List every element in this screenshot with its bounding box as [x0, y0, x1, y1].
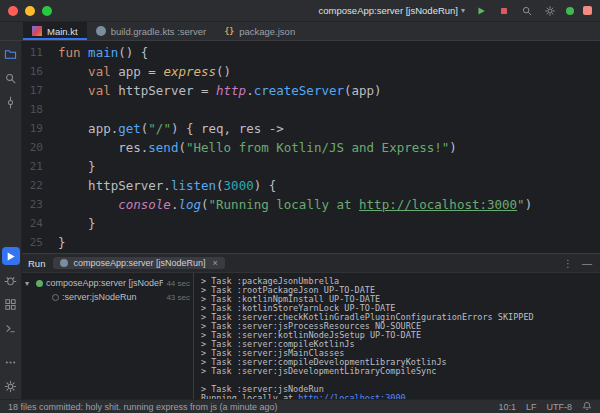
stop-button[interactable]: [497, 4, 511, 18]
minimize-window-button[interactable]: [25, 6, 35, 16]
line-number: 17: [22, 81, 58, 100]
search-icon[interactable]: [2, 69, 20, 87]
line-number: 20: [22, 138, 58, 157]
run-tab[interactable]: composeApp:server [jsNodeRun] ×: [53, 257, 224, 269]
run-panel-header: Run composeApp:server [jsNodeRun] × ⋮ —: [22, 254, 600, 273]
more-tool-windows-icon[interactable]: [2, 353, 20, 371]
console-text: > Task :server:jsDevelopmentLibraryCompi…: [201, 366, 436, 376]
titlebar: composeApp:server [jsNodeRun] ▾: [0, 0, 600, 22]
debug-icon[interactable]: [2, 271, 20, 289]
run-console[interactable]: > Task :packageJsonUmbrella> Task :rootP…: [194, 273, 600, 399]
close-window-button[interactable]: [8, 6, 18, 16]
tab-label: package.json: [239, 26, 295, 37]
tree-node-duration: 43 sec: [166, 293, 190, 302]
code-text: }: [58, 157, 96, 176]
gradle-task-icon: [52, 294, 59, 301]
tree-node-label: :server:jsNodeRun: [62, 292, 163, 302]
vcs-status-message[interactable]: 18 files committed: holy shit. running e…: [8, 402, 278, 412]
editor-tab-bar: Main.ktbuild.gradle.kts :server{}package…: [0, 22, 600, 41]
kotlin-file-icon: [32, 26, 42, 36]
notifications-bell-icon[interactable]: [582, 401, 592, 413]
tree-node-label: composeApp:server [jsNodeRun]: Building …: [46, 278, 163, 288]
code-text: fun main() {: [58, 43, 148, 62]
run-config-label: composeApp:server [jsNodeRun]: [319, 5, 458, 16]
run-config-selector[interactable]: composeApp:server [jsNodeRun] ▾: [319, 5, 465, 16]
line-separator[interactable]: LF: [526, 402, 537, 412]
settings-icon[interactable]: [543, 4, 557, 18]
commit-icon[interactable]: [2, 93, 20, 111]
run-tab-label: composeApp:server [jsNodeRun]: [73, 258, 205, 268]
kebab-menu-icon[interactable]: ⋮: [563, 258, 573, 269]
line-number: 24: [22, 214, 58, 233]
chevron-down-icon[interactable]: ▾: [25, 279, 33, 288]
services-icon[interactable]: [2, 295, 20, 313]
activity-bar: [0, 41, 22, 399]
hide-panel-icon[interactable]: —: [582, 258, 592, 269]
record-icon: [583, 6, 592, 15]
editor[interactable]: 11fun main() {16 val app = express()17 v…: [22, 41, 600, 253]
search-everywhere-icon[interactable]: [520, 4, 534, 18]
close-icon[interactable]: ×: [213, 258, 218, 268]
code-text: app.get("/") { req, res ->: [58, 119, 284, 138]
tab-label: Main.kt: [47, 26, 78, 37]
run-button[interactable]: [474, 4, 488, 18]
code-text: val app = express(): [58, 62, 231, 81]
code-text: }: [58, 233, 66, 252]
run-panel: Run composeApp:server [jsNodeRun] × ⋮ — …: [22, 253, 600, 399]
code-line[interactable]: 19 app.get("/") { req, res ->: [22, 119, 600, 138]
code-line[interactable]: 18: [22, 100, 600, 119]
code-line[interactable]: 24 }: [22, 214, 600, 233]
code-line[interactable]: 21 }: [22, 157, 600, 176]
project-icon[interactable]: [2, 45, 20, 63]
json-file-icon: {}: [224, 26, 234, 36]
tab-label: build.gradle.kts :server: [111, 26, 207, 37]
ide-window: composeApp:server [jsNodeRun] ▾ Main.ktb…: [0, 0, 600, 413]
line-number: 19: [22, 119, 58, 138]
settings-tool-icon[interactable]: [2, 377, 20, 395]
tab-main-kt[interactable]: Main.kt: [23, 22, 87, 40]
line-number: 16: [22, 62, 58, 81]
gradle-file-icon: [96, 26, 106, 36]
code-text: }: [58, 214, 96, 233]
code-line[interactable]: 23 console.log("Running locally at http:…: [22, 195, 600, 214]
line-number: 25: [22, 233, 58, 252]
line-number: 18: [22, 100, 58, 119]
tree-row[interactable]: :server:jsNodeRun43 sec: [25, 290, 193, 304]
gradle-task-tree: ▾composeApp:server [jsNodeRun]: Building…: [22, 273, 194, 399]
run-panel-title: Run: [28, 258, 45, 269]
terminal-icon[interactable]: [2, 319, 20, 337]
code-line[interactable]: 20 res.send("Hello from Kotlin/JS and Ex…: [22, 138, 600, 157]
line-number: 21: [22, 157, 58, 176]
caret-position[interactable]: 10:1: [498, 402, 516, 412]
line-number: 11: [22, 43, 58, 62]
code-line[interactable]: 22 httpServer.listen(3000) {: [22, 176, 600, 195]
code-line[interactable]: 16 val app = express(): [22, 62, 600, 81]
code-text: httpServer.listen(3000) {: [58, 176, 276, 195]
line-number: 22: [22, 176, 58, 195]
file-encoding[interactable]: UTF-8: [547, 402, 573, 412]
code-text: val httpServer = http.createServer(app): [58, 81, 382, 100]
console-line: > Task :server:jsDevelopmentLibraryCompi…: [201, 367, 600, 376]
run-icon[interactable]: [2, 247, 20, 265]
tree-node-duration: 44 sec: [166, 279, 190, 288]
code-text: res.send("Hello from Kotlin/JS and Expre…: [58, 138, 457, 157]
chevron-down-icon: ▾: [461, 6, 465, 15]
code-text: console.log("Running locally at http://l…: [58, 195, 532, 214]
zoom-window-button[interactable]: [42, 6, 52, 16]
tab-build-gradle-kts-server[interactable]: build.gradle.kts :server: [87, 22, 216, 40]
green-status-icon: [566, 7, 574, 15]
task-running-icon: [36, 280, 43, 287]
tab-package-json[interactable]: {}package.json: [215, 22, 304, 40]
window-controls: [8, 6, 52, 16]
status-bar: 18 files committed: holy shit. running e…: [0, 399, 600, 413]
tree-row[interactable]: ▾composeApp:server [jsNodeRun]: Building…: [25, 276, 193, 290]
code-line[interactable]: 11fun main() {: [22, 43, 600, 62]
code-line[interactable]: 17 val httpServer = http.createServer(ap…: [22, 81, 600, 100]
line-number: 23: [22, 195, 58, 214]
gradle-icon: [60, 259, 68, 267]
code-line[interactable]: 25}: [22, 233, 600, 252]
